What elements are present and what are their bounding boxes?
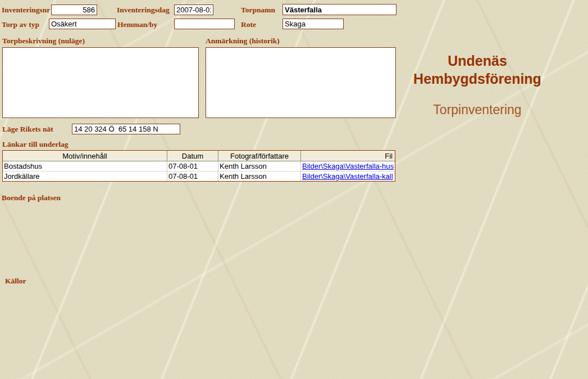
links-table-header-fil: Fil [300, 151, 395, 161]
links-table-header-motiv: Motiv/innehåll [3, 151, 167, 161]
sources-section-heading: Källor [5, 277, 26, 286]
links-table: Motiv/innehåll Datum Fotograf/författare… [2, 150, 395, 182]
lage-rikets-nat-input[interactable] [72, 124, 180, 134]
fil-cell: Bilder\Skaga\Vasterfalla-kall [300, 171, 395, 181]
torpbeskrivning-textarea[interactable] [2, 47, 199, 118]
links-table-header-row: Motiv/innehåll Datum Fotograf/författare… [3, 151, 395, 161]
fotograf-cell: Kenth Larsson [218, 161, 300, 171]
links-table-header-fotograf: Fotograf/författare [218, 151, 300, 161]
rote-input[interactable] [282, 19, 344, 29]
file-link[interactable]: Bilder\Skaga\Vasterfalla-kall [302, 172, 393, 181]
hemman-by-label: Hemman/by [117, 20, 157, 29]
organization-title: Undenäs Hembygdsförening [396, 52, 559, 88]
datum-cell: 07-08-01 [167, 171, 218, 181]
anmarkning-textarea[interactable] [206, 47, 396, 118]
fotograf-cell: Kenth Larsson [218, 171, 300, 181]
fil-cell: Bilder\Skaga\Vasterfalla-hus [300, 161, 395, 171]
torpinventering-page: Inventeringsnr Inventeringsdag Torpnamn … [0, 0, 588, 379]
app-title: Torpinventering [396, 102, 559, 118]
motiv-cell: Bostadshus [3, 161, 167, 171]
torpnamn-input[interactable] [282, 4, 396, 15]
datum-cell: 07-08-01 [167, 161, 218, 171]
torp-av-typ-label: Torp av typ [2, 20, 39, 29]
table-row: Jordkällare 07-08-01 Kenth Larsson Bilde… [3, 171, 395, 181]
file-link[interactable]: Bilder\Skaga\Vasterfalla-hus [302, 162, 394, 170]
hemman-by-input[interactable] [174, 19, 235, 29]
inventeringsdag-label: Inventeringsdag [117, 6, 170, 15]
inventeringsnr-label: Inventeringsnr [2, 6, 50, 15]
torp-av-typ-input[interactable] [49, 19, 116, 29]
residents-section-heading: Boende på platsen [2, 193, 61, 202]
motiv-cell: Jordkällare [3, 171, 167, 181]
torpnamn-label: Torpnamn [241, 6, 275, 15]
anmarkning-label: Anmärkning (historik) [206, 37, 280, 46]
torpbeskrivning-label: Torpbeskrivning (nuläge) [2, 37, 85, 46]
table-row: Bostadshus 07-08-01 Kenth Larsson Bilder… [3, 161, 395, 171]
rote-label: Rote [241, 20, 256, 29]
inventeringsdag-input[interactable] [174, 4, 213, 15]
links-section-heading: Länkar till underlag [2, 140, 69, 149]
inventeringsnr-input[interactable] [51, 4, 97, 15]
links-table-header-datum: Datum [167, 151, 218, 161]
lage-rikets-nat-label: Läge Rikets nät [2, 125, 53, 134]
